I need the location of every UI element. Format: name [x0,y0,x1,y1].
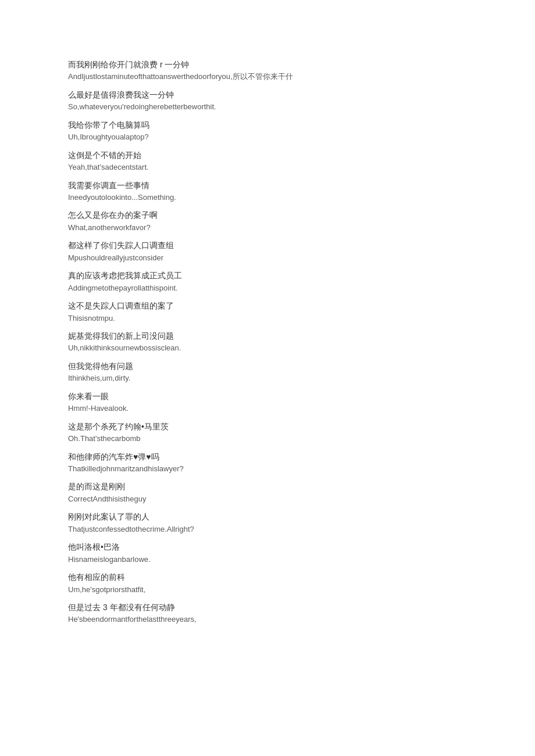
chinese-text-13: 这是那个杀死了约翰•马里茨 [68,420,467,433]
chinese-text-19: 但是过去 3 年都没有任何动静 [68,601,467,614]
line-12: 你来看一眼 Hmm!-Havealook. [68,390,467,414]
line-6: 怎么又是你在办的案子啊 What,anotherworkfavor? [68,209,467,233]
english-text-12: Hmm!-Havealook. [68,403,467,414]
chinese-text-1: 而我刚刚给你开门就浪费 r 一分钟 [68,58,467,71]
chinese-text-16: 刚刚对此案认了罪的人 [68,510,467,523]
chinese-text-9: 这不是失踪人口调查组的案了 [68,299,467,312]
line-11: 但我觉得他有问题 Ithinkheis,um,dirty. [68,360,467,384]
english-text-10: Uh,nikkithinksournewbossisclean. [68,342,467,354]
english-text-2: So,whateveryou'redoingherebetterbeworthi… [68,101,467,113]
chinese-text-15: 是的而这是刚刚 [68,480,467,493]
line-3: 我给你带了个电脑算吗 Uh,Ibroughtyoualaptop? [68,119,467,143]
chinese-text-4: 这倒是个不错的开始 [68,149,467,162]
line-1: 而我刚刚给你开门就浪费 r 一分钟 AndIjustlostaminuteoft… [68,58,467,83]
chinese-text-3: 我给你带了个电脑算吗 [68,119,467,131]
english-text-18: Um,he'sgotpriorsthatfit, [68,584,467,596]
line-4: 这倒是个不错的开始 Yeah,that'sadecentstart. [68,149,467,173]
english-text-16: Thatjustconfessedtothecrime.Allright? [68,524,467,535]
line-17: 他叫洛根•巴洛 Hisnameisloganbarlowe. [68,540,467,565]
english-text-4: Yeah,that'sadecentstart. [68,162,467,173]
line-2: 么最好是值得浪费我这一分钟 So,whateveryou'redoinghere… [68,88,467,113]
chinese-text-12: 你来看一眼 [68,390,467,403]
line-19: 但是过去 3 年都没有任何动静 He'sbeendormantforthelas… [68,601,467,625]
chinese-text-7: 都这样了你们失踪人口调查组 [68,239,467,252]
line-15: 是的而这是刚刚 CorrectAndthisistheguy [68,480,467,504]
english-text-14: Thatkilledjohnmaritzandhislawyer? [68,463,467,475]
line-16: 刚刚对此案认了罪的人 Thatjustconfessedtothecrime.A… [68,510,467,535]
chinese-text-6: 怎么又是你在办的案子啊 [68,209,467,221]
english-text-3: Uh,Ibroughtyoualaptop? [68,131,467,143]
english-text-8: Addingmetothepayrollatthispoint. [68,282,467,294]
line-18: 他有相应的前科 Um,he'sgotpriorsthatfit, [68,571,467,595]
line-5: 我需要你调直一些事情 Ineedyoutolookinto...Somethin… [68,179,467,203]
chinese-text-2: 么最好是值得浪费我这一分钟 [68,88,467,101]
chinese-text-18: 他有相应的前科 [68,571,467,583]
line-14: 和他律师的汽车炸♥弹♥吗 Thatkilledjohnmaritzandhisl… [68,450,467,475]
chinese-text-17: 他叫洛根•巴洛 [68,540,467,553]
line-8: 真的应该考虑把我算成正式员工 Addingmetothepayrollatthi… [68,269,467,293]
chinese-text-11: 但我觉得他有问题 [68,360,467,372]
english-text-15: CorrectAndthisistheguy [68,493,467,505]
main-content: 而我刚刚给你开门就浪费 r 一分钟 AndIjustlostaminuteoft… [68,58,467,625]
line-7: 都这样了你们失踪人口调查组 Mpushouldreallyjustconside… [68,239,467,263]
english-text-7: Mpushouldreallyjustconsider [68,252,467,264]
english-text-1: AndIjustlostaminuteofthattoanswerthedoor… [68,71,467,83]
english-text-19: He'sbeendormantforthelastthreeyears, [68,614,467,625]
line-13: 这是那个杀死了约翰•马里茨 Oh.That'sthecarbomb [68,420,467,445]
english-text-13: Oh.That'sthecarbomb [68,433,467,445]
line-10: 妮基觉得我们的新上司没问题 Uh,nikkithinksournewbossis… [68,329,467,354]
english-text-9: Thisisnotmpu. [68,313,467,324]
chinese-text-10: 妮基觉得我们的新上司没问题 [68,329,467,342]
english-text-11: Ithinkheis,um,dirty. [68,372,467,384]
chinese-text-8: 真的应该考虑把我算成正式员工 [68,269,467,282]
english-text-6: What,anotherworkfavor? [68,222,467,234]
english-text-17: Hisnameisloganbarlowe. [68,554,467,565]
chinese-text-5: 我需要你调直一些事情 [68,179,467,192]
chinese-text-14: 和他律师的汽车炸♥弹♥吗 [68,450,467,463]
english-text-5: Ineedyoutolookinto...Something. [68,192,467,203]
line-9: 这不是失踪人口调查组的案了 Thisisnotmpu. [68,299,467,324]
